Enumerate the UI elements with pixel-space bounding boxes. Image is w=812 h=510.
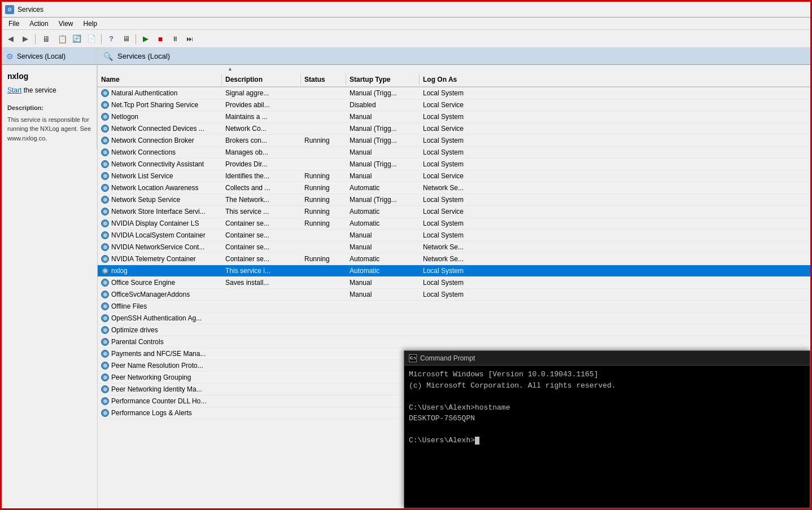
service-startup-cell (346, 336, 420, 348)
table-row[interactable]: ⚙Offline Files (98, 301, 810, 313)
table-row[interactable]: ⚙Network List ServiceIdentifies the...Ru… (98, 170, 810, 182)
table-row[interactable]: ⚙Network Store Interface Servi...This se… (98, 206, 810, 218)
service-name-cell: ⚙Network Connection Broker (98, 135, 222, 146)
sidebar-icon: ⚙ (6, 52, 14, 61)
col-logon[interactable]: Log On As (420, 74, 482, 85)
table-row[interactable]: ⚙Natural AuthenticationSignal aggre...Ma… (98, 87, 810, 99)
table-row[interactable]: ⚙Network Setup ServiceThe Network...Runn… (98, 194, 810, 206)
service-desc-cell: Network Co... (222, 123, 301, 134)
service-icon: ⚙ (101, 350, 109, 358)
table-row[interactable]: ⚙nxlogThis service i...AutomaticLocal Sy… (98, 265, 810, 277)
menu-file[interactable]: File (4, 19, 24, 29)
help-button[interactable]: ? (104, 33, 118, 45)
service-desc-cell (222, 289, 301, 300)
service-desc-cell: Manages ob... (222, 147, 301, 158)
menu-action[interactable]: Action (25, 19, 53, 29)
table-row[interactable]: ⚙NVIDIA Telemetry ContainerContainer se.… (98, 253, 810, 265)
refresh-button[interactable]: 🔄 (70, 33, 84, 45)
service-name-text: Netlogon (111, 113, 138, 121)
col-name[interactable]: Name (98, 74, 222, 85)
pause-service-button[interactable]: ⏸ (168, 33, 182, 45)
col-startup-type[interactable]: Startup Type (346, 74, 420, 85)
service-startup-cell: Disabled (346, 99, 420, 111)
service-name-text: Parental Controls (111, 338, 164, 346)
service-name-text: Peer Networking Identity Ma... (111, 385, 202, 393)
table-row[interactable]: ⚙NVIDIA NetworkService Cont...Container … (98, 241, 810, 253)
content-area: ▲ Name Description Status Startup Type L… (98, 65, 810, 508)
show-extended-button[interactable]: 📋 (55, 33, 69, 45)
service-name-text: Network List Service (111, 172, 173, 180)
service-desc-cell (222, 395, 301, 407)
service-startup-cell: Manual (346, 147, 420, 158)
cmd-cursor (475, 437, 479, 445)
service-name-cell: ⚙NVIDIA LocalSystem Container (98, 230, 222, 241)
table-row[interactable]: ⚙Network Connectivity AssistantProvides … (98, 159, 810, 170)
service-name-text: Offline Files (111, 302, 147, 310)
service-startup-cell: Automatic (346, 218, 420, 229)
service-icon: ⚙ (101, 137, 109, 144)
service-icon: ⚙ (101, 267, 109, 275)
title-bar-text: Services (18, 6, 43, 14)
service-icon: ⚙ (101, 314, 109, 322)
service-desc-cell (222, 407, 301, 419)
cmd-title: Command Prompt (420, 354, 475, 362)
service-name-cell: ⚙Net.Tcp Port Sharing Service (98, 99, 222, 111)
service-name-text: NVIDIA Telemetry Container (111, 255, 196, 263)
service-icon: ⚙ (101, 338, 109, 346)
table-row[interactable]: ⚙Network ConnectionsManages ob...ManualL… (98, 147, 810, 159)
table-row[interactable]: ⚙NetlogonMaintains a ...ManualLocal Syst… (98, 111, 810, 123)
table-row[interactable]: ⚙Office Source EngineSaves install...Man… (98, 277, 810, 289)
table-row[interactable]: ⚙OpenSSH Authentication Ag... (98, 313, 810, 324)
stop-service-button[interactable]: ■ (154, 33, 167, 45)
service-desc-cell (222, 348, 301, 359)
export-button[interactable]: 📄 (85, 33, 98, 45)
show-console-button[interactable]: 🖥 (38, 33, 54, 45)
service-desc-cell: This service i... (222, 265, 301, 276)
service-status-cell (301, 241, 346, 253)
menu-view[interactable]: View (54, 19, 78, 29)
resume-service-button[interactable]: ⏭ (183, 33, 197, 45)
service-status-cell (301, 301, 346, 312)
service-desc-cell: Identifies the... (222, 170, 301, 182)
table-row[interactable]: ⚙NVIDIA LocalSystem ContainerContainer s… (98, 230, 810, 241)
service-status-cell (301, 372, 346, 383)
back-button[interactable]: ◀ (4, 33, 18, 45)
separator-2 (101, 34, 102, 44)
properties-button[interactable]: 🖥 (119, 33, 133, 45)
service-desc-cell (222, 324, 301, 336)
service-icon: ⚙ (101, 385, 109, 393)
service-icon: ⚙ (101, 243, 109, 251)
command-prompt-window[interactable]: C:\ Command Prompt Microsoft Windows [Ve… (404, 350, 810, 508)
table-row[interactable]: ⚙Net.Tcp Port Sharing ServiceProvides ab… (98, 99, 810, 111)
menu-help[interactable]: Help (79, 19, 102, 29)
table-row[interactable]: ⚙NVIDIA Display Container LSContainer se… (98, 218, 810, 230)
service-icon: ⚙ (101, 125, 109, 133)
service-logon-cell: Local System (420, 218, 482, 229)
services-search-icon: 🔍 (103, 52, 113, 61)
service-desc-cell (222, 360, 301, 371)
service-name-text: Network Connection Broker (111, 137, 194, 144)
table-row[interactable]: ⚙Network Location AwarenessCollects and … (98, 182, 810, 194)
service-status-cell: Running (301, 194, 346, 205)
forward-button[interactable]: ▶ (19, 33, 32, 45)
service-name-cell: ⚙NVIDIA Display Container LS (98, 218, 222, 229)
detail-panel: nxlog Start the service Description: Thi… (2, 65, 97, 150)
service-icon: ⚙ (101, 101, 109, 109)
col-status[interactable]: Status (301, 74, 346, 85)
start-link[interactable]: Start (7, 86, 21, 94)
service-startup-cell: Manual (346, 111, 420, 122)
table-row[interactable]: ⚙Network Connected Devices ...Network Co… (98, 123, 810, 135)
table-row[interactable]: ⚙Optimize drives (98, 324, 810, 336)
col-description[interactable]: Description (222, 74, 301, 85)
service-desc-cell (222, 372, 301, 383)
table-row[interactable]: ⚙OfficeSvcManagerAddonsManualLocal Syste… (98, 289, 810, 301)
service-name-text: Optimize drives (111, 326, 158, 334)
service-icon: ⚙ (101, 196, 109, 204)
service-icon: ⚙ (101, 409, 109, 417)
console-icon: 🖥 (42, 34, 50, 43)
pause-icon: ⏸ (172, 35, 178, 43)
start-service-button[interactable]: ▶ (139, 33, 152, 45)
table-row[interactable]: ⚙Network Connection BrokerBrokers con...… (98, 135, 810, 147)
service-icon: ⚙ (101, 208, 109, 216)
table-row[interactable]: ⚙Parental Controls (98, 336, 810, 348)
